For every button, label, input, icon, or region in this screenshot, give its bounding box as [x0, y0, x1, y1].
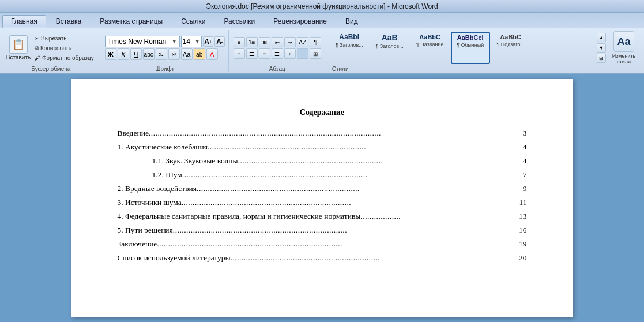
- tab-review[interactable]: Рецензирование: [265, 15, 336, 28]
- decrease-font-button[interactable]: A-: [214, 36, 225, 47]
- tab-home[interactable]: Главная: [2, 15, 46, 28]
- decrease-indent-button[interactable]: ⇤: [272, 37, 283, 47]
- copy-icon: ⧉: [35, 44, 39, 51]
- tab-view[interactable]: Вид: [337, 15, 367, 28]
- document-page: Содержание Введение.....................…: [71, 79, 573, 317]
- style-subtitle[interactable]: AaBbC ¶ Подзаго...: [491, 32, 530, 64]
- toc-dots: ........................................…: [238, 156, 523, 166]
- style-heading2-label: ¶ Заголов...: [376, 43, 404, 49]
- format-painter-button[interactable]: 🖌 Формат по образцу: [32, 53, 96, 62]
- ribbon: Главная Вставка Разметка страницы Ссылки…: [0, 13, 644, 74]
- toc-entry-text: 5. Пути решения: [118, 226, 173, 235]
- font-label: Шрифт: [105, 66, 225, 72]
- clipboard-group: 📋 Вставить ✂ Вырезать ⧉ Копировать 🖌 Фор…: [2, 30, 100, 72]
- styles-content: AaBbI ¶ Заголов... AaB ¶ Заголов... AaBb…: [330, 31, 638, 65]
- toc-entry-text: 1.2. Шум: [152, 170, 182, 179]
- toc-page-number: 3: [523, 129, 527, 138]
- tab-bar: Главная Вставка Разметка страницы Ссылки…: [0, 13, 644, 28]
- para-content: ≡ 1≡ ≋ ⇤ ⇥ AZ ¶ ≡ ☰ ≡ ☰ ↕: [234, 31, 321, 65]
- clipboard-label: Буфер обмена: [6, 66, 96, 72]
- strikethrough-button[interactable]: abc: [143, 48, 155, 60]
- align-center-button[interactable]: ☰: [246, 48, 258, 59]
- toc-dots: ........................................…: [182, 198, 519, 207]
- cut-button[interactable]: ✂ Вырезать: [32, 33, 96, 43]
- document-area: Содержание Введение.....................…: [0, 74, 644, 322]
- toc-title: Содержание: [118, 108, 527, 117]
- bullets-button[interactable]: ≡: [234, 37, 245, 47]
- text-effect-button[interactable]: Aa: [181, 48, 193, 60]
- bold-button[interactable]: Ж: [105, 48, 116, 60]
- style-subtitle-label: ¶ Подзаго...: [496, 42, 525, 47]
- ribbon-content: 📋 Вставить ✂ Вырезать ⧉ Копировать 🖌 Фор…: [0, 28, 644, 74]
- toc-entry: 3. Источники шума.......................…: [118, 198, 527, 207]
- tab-layout[interactable]: Разметка страницы: [91, 15, 171, 28]
- underline-button[interactable]: Ч: [130, 48, 142, 60]
- italic-button[interactable]: К: [118, 48, 129, 60]
- toc-entry: 1.1. Звук. Звуковые волны...............…: [118, 156, 527, 166]
- style-heading1[interactable]: AaBbI ¶ Заголов...: [330, 32, 369, 64]
- styles-list: AaBbI ¶ Заголов... AaB ¶ Заголов... AaBb…: [330, 32, 596, 64]
- border-button[interactable]: ⊞: [310, 48, 321, 59]
- toc-container: Введение................................…: [118, 129, 527, 263]
- scissors-icon: ✂: [35, 35, 39, 42]
- styles-scroll-down[interactable]: ▼: [597, 43, 606, 53]
- style-normal-label: ¶ Обычный: [457, 42, 484, 48]
- toc-dots: ........................................…: [157, 239, 519, 249]
- toc-entry-text: Заключение: [118, 239, 157, 249]
- sort-button[interactable]: AZ: [297, 37, 308, 47]
- highlight-button[interactable]: ab: [194, 48, 205, 60]
- superscript-button[interactable]: x²: [168, 48, 180, 60]
- font-row1: Times New Roman ▼ 14 ▼ A+ A-: [105, 36, 225, 47]
- toc-page-number: 13: [519, 212, 527, 221]
- toc-entry-text: Список используемой литературы: [118, 253, 231, 263]
- increase-font-button[interactable]: A+: [203, 36, 213, 47]
- change-styles-label: Изменить стили: [609, 53, 638, 65]
- style-title[interactable]: AaBbC ¶ Название: [410, 32, 450, 64]
- styles-group: AaBbI ¶ Заголов... AaB ¶ Заголов... AaBb…: [326, 30, 642, 72]
- styles-scroll-up[interactable]: ▲: [597, 33, 606, 42]
- tab-insert[interactable]: Вставка: [47, 15, 91, 28]
- toc-entry-text: 1. Акустические колебания: [118, 143, 208, 152]
- font-color-button[interactable]: A: [206, 48, 218, 60]
- clipboard-small-buttons: ✂ Вырезать ⧉ Копировать 🖌 Формат по обра…: [32, 33, 96, 62]
- paste-button[interactable]: 📋 Вставить: [6, 34, 31, 62]
- font-content: Times New Roman ▼ 14 ▼ A+ A- Ж К Ч: [105, 31, 225, 65]
- toc-dots: ........................................…: [149, 129, 523, 138]
- styles-more[interactable]: ⊞: [597, 54, 606, 63]
- paste-icon: 📋: [9, 35, 28, 54]
- toc-dots: ........................................…: [231, 253, 519, 263]
- tab-mailings[interactable]: Рассылки: [215, 15, 263, 28]
- toc-entry: 5. Пути решения.........................…: [118, 226, 527, 235]
- font-name-dropdown-icon: ▼: [172, 39, 177, 44]
- align-right-button[interactable]: ≡: [259, 48, 270, 59]
- toc-entry: Список используемой литературы..........…: [118, 253, 527, 263]
- change-styles-button[interactable]: Aa Изменить стили: [609, 31, 638, 65]
- toc-dots: ........................................…: [182, 170, 523, 179]
- show-marks-button[interactable]: ¶: [310, 37, 321, 47]
- numbering-button[interactable]: 1≡: [246, 37, 258, 47]
- copy-button[interactable]: ⧉ Копировать: [32, 43, 96, 53]
- toc-page-number: 7: [523, 170, 527, 179]
- font-group: Times New Roman ▼ 14 ▼ A+ A- Ж К Ч: [101, 30, 229, 72]
- justify-button[interactable]: ☰: [272, 48, 283, 59]
- align-left-button[interactable]: ≡: [234, 48, 245, 59]
- increase-indent-button[interactable]: ⇥: [284, 37, 296, 47]
- style-normal[interactable]: AaBbCcI ¶ Обычный: [451, 32, 490, 64]
- font-size-input[interactable]: 14 ▼: [181, 36, 202, 47]
- shading-button[interactable]: [297, 48, 308, 59]
- style-heading2-preview: AaB: [382, 33, 398, 42]
- subscript-button[interactable]: x₂: [156, 48, 167, 60]
- tab-references[interactable]: Ссылки: [172, 15, 214, 28]
- toc-dots: ........................................…: [208, 143, 523, 152]
- font-name-input[interactable]: Times New Roman ▼: [105, 36, 180, 47]
- toc-entry-text: 4. Федеральные санитарные правила, нормы…: [118, 212, 361, 221]
- multilevel-button[interactable]: ≋: [259, 37, 270, 47]
- style-heading2[interactable]: AaB ¶ Заголов...: [370, 32, 409, 64]
- toc-dots: ..................: [360, 212, 519, 221]
- style-normal-preview: AaBbCcI: [457, 34, 484, 41]
- toc-dots: ........................................…: [173, 226, 519, 235]
- toc-entry: Введение................................…: [118, 129, 527, 138]
- line-spacing-button[interactable]: ↕: [284, 48, 296, 59]
- toc-page-number: 11: [519, 198, 527, 207]
- toc-page-number: 4: [523, 156, 527, 166]
